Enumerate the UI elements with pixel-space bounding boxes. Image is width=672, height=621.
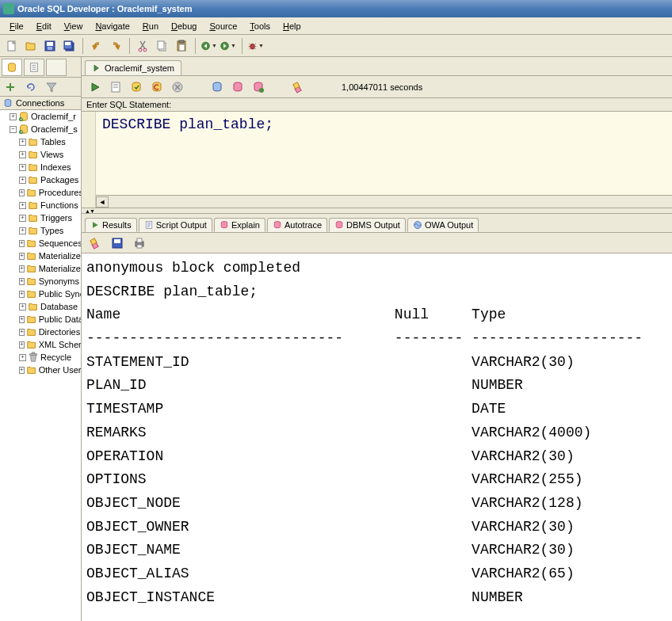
scroll-left-icon[interactable]: ◄ xyxy=(96,196,109,208)
menu-tools[interactable]: Tools xyxy=(243,20,277,32)
output-tab[interactable]: OWA Output xyxy=(407,218,479,232)
output-tab[interactable]: DBMS Output xyxy=(329,218,406,232)
output-tab-label: OWA Output xyxy=(425,220,473,230)
connections-header[interactable]: Connections xyxy=(0,97,81,110)
expander-icon[interactable]: + xyxy=(19,164,26,171)
tree-item[interactable]: +Database xyxy=(0,300,81,313)
expander-icon[interactable]: + xyxy=(19,177,26,184)
output-tab[interactable]: Script Output xyxy=(139,218,212,232)
reports-tab-icon[interactable] xyxy=(24,59,44,76)
sql-history-button[interactable] xyxy=(208,78,226,96)
tree-item[interactable]: +Tables xyxy=(0,135,81,148)
output-tab[interactable]: Results xyxy=(85,218,137,232)
menu-navigate[interactable]: Navigate xyxy=(89,20,136,32)
print-output-button[interactable] xyxy=(131,234,148,252)
expander-icon[interactable]: + xyxy=(19,278,25,285)
output-tab[interactable]: Explain xyxy=(214,218,265,232)
commit-button[interactable] xyxy=(128,78,145,96)
sql-toolbar: 1,00447011 seconds xyxy=(82,76,672,98)
snippets-tab-icon[interactable] xyxy=(46,59,67,76)
run-button[interactable] xyxy=(86,78,104,96)
tree-item[interactable]: +Procedures xyxy=(0,186,81,199)
tree-item[interactable]: +Types xyxy=(0,224,81,237)
tree-item[interactable]: +Functions xyxy=(0,199,81,211)
tree-item[interactable]: +Recycle xyxy=(0,351,81,364)
back-button[interactable]: ▼ xyxy=(200,37,218,55)
tree-item[interactable]: +Public Database xyxy=(0,313,81,326)
output-tab-label: Autotrace xyxy=(284,220,322,230)
autotrace-button[interactable] xyxy=(250,78,267,96)
expander-icon[interactable]: + xyxy=(19,367,25,374)
worksheet-tab[interactable]: Oraclemif_system xyxy=(85,60,181,75)
menu-run[interactable]: Run xyxy=(136,20,165,32)
clear-output-button[interactable] xyxy=(86,234,104,252)
tree-item[interactable]: +Materialized xyxy=(0,262,81,275)
tree-item[interactable]: −Oraclemif_s xyxy=(0,123,81,135)
tree-item[interactable]: +Indexes xyxy=(0,161,81,173)
tree-item[interactable]: +Synonyms xyxy=(0,275,81,288)
expander-icon[interactable]: + xyxy=(10,113,17,120)
connections-tab-icon[interactable] xyxy=(2,59,22,76)
paste-button[interactable] xyxy=(173,37,190,55)
save-output-button[interactable] xyxy=(109,234,126,252)
menu-source[interactable]: Source xyxy=(203,20,243,32)
new-button[interactable] xyxy=(3,37,21,55)
undo-button[interactable] xyxy=(88,37,105,55)
expander-icon[interactable]: + xyxy=(19,215,26,222)
cut-button[interactable] xyxy=(135,37,152,55)
tree-item[interactable]: +Sequences xyxy=(0,237,81,250)
menu-file[interactable]: File xyxy=(3,20,30,32)
execute-explain-button[interactable] xyxy=(229,78,246,96)
new-connection-button[interactable] xyxy=(2,78,19,96)
cancel-button[interactable] xyxy=(169,78,186,96)
sql-code[interactable]: DESCRIBE plan_table; xyxy=(96,112,672,208)
output-tab[interactable]: Autotrace xyxy=(267,218,327,232)
run-script-button[interactable] xyxy=(107,78,124,96)
editor-hscroll[interactable]: ◄ xyxy=(96,195,672,208)
expander-icon[interactable]: + xyxy=(19,354,26,361)
expander-icon[interactable]: + xyxy=(19,291,25,298)
expander-icon[interactable]: + xyxy=(19,240,25,247)
menu-help[interactable]: Help xyxy=(277,20,307,32)
filter-button[interactable] xyxy=(43,78,60,96)
expander-icon[interactable]: + xyxy=(19,253,25,260)
forward-button[interactable]: ▼ xyxy=(220,37,237,55)
expander-icon[interactable]: + xyxy=(19,189,25,196)
menu-debug[interactable]: Debug xyxy=(165,20,203,32)
tree-item[interactable]: +Packages xyxy=(0,173,81,186)
tree-item[interactable]: +Directories xyxy=(0,326,81,338)
menu-view[interactable]: View xyxy=(58,20,90,32)
splitter[interactable]: ▲▼ xyxy=(82,208,672,214)
tree-item[interactable]: +Oraclemif_r xyxy=(0,110,81,123)
expander-icon[interactable]: + xyxy=(19,202,26,209)
expander-icon[interactable]: − xyxy=(10,126,17,133)
connections-tree: +Oraclemif_r−Oraclemif_s+Tables+Views+In… xyxy=(0,110,81,621)
menu-edit[interactable]: Edit xyxy=(30,20,58,32)
expander-icon[interactable]: + xyxy=(19,303,26,310)
output-pane[interactable]: anonymous block completed DESCRIBE plan_… xyxy=(82,253,672,621)
expander-icon[interactable]: + xyxy=(19,329,25,336)
redo-button[interactable] xyxy=(107,37,124,55)
expander-icon[interactable]: + xyxy=(19,316,25,323)
rollback-button[interactable] xyxy=(148,78,166,96)
sql-editor[interactable]: DESCRIBE plan_table; ◄ xyxy=(82,112,672,208)
open-button[interactable] xyxy=(22,37,40,55)
save-button[interactable] xyxy=(41,37,59,55)
tree-item[interactable]: +Views xyxy=(0,148,81,161)
expander-icon[interactable]: + xyxy=(19,265,25,272)
tree-item[interactable]: +Triggers xyxy=(0,211,81,224)
debug-button[interactable]: ▼ xyxy=(247,37,265,55)
clear-button[interactable] xyxy=(289,78,307,96)
tree-item[interactable]: +XML Schemas xyxy=(0,338,81,351)
copy-button[interactable] xyxy=(154,37,171,55)
tree-item[interactable]: +Public Synonyms xyxy=(0,288,81,300)
tree-item-label: Directories xyxy=(39,327,81,337)
save-all-button[interactable] xyxy=(60,37,78,55)
tree-item[interactable]: +Other Users xyxy=(0,364,81,376)
expander-icon[interactable]: + xyxy=(19,139,26,146)
expander-icon[interactable]: + xyxy=(19,151,26,158)
expander-icon[interactable]: + xyxy=(19,341,25,349)
refresh-button[interactable] xyxy=(22,78,40,96)
tree-item[interactable]: +Materialized xyxy=(0,250,81,262)
expander-icon[interactable]: + xyxy=(19,227,26,234)
